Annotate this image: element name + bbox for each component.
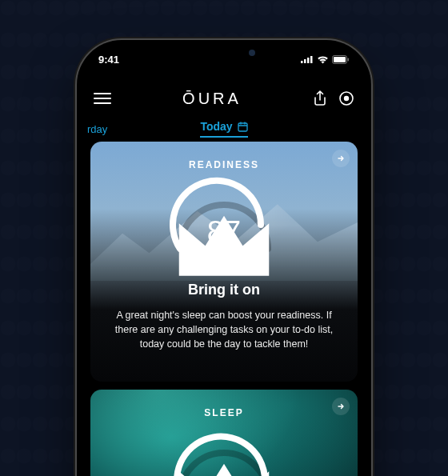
hamburger-icon — [94, 92, 111, 105]
nav-bar: ŌURA — [79, 82, 369, 114]
wifi-icon — [317, 55, 329, 64]
tab-previous-day[interactable]: rday — [79, 123, 107, 135]
svg-rect-2 — [307, 58, 310, 63]
svg-rect-12 — [238, 123, 247, 131]
status-time: 9:41 — [98, 54, 119, 66]
date-tabs: rday Today — [79, 116, 369, 142]
readiness-body: A great night's sleep can boost your rea… — [90, 298, 358, 370]
sleep-card[interactable]: SLEEP — [90, 390, 358, 476]
readiness-title: READINESS — [90, 142, 358, 170]
screen: 9:41 ŌURA rday — [79, 42, 369, 476]
menu-button[interactable] — [94, 92, 111, 105]
readiness-label: Optimal — [90, 255, 358, 267]
tab-today-label: Today — [200, 120, 232, 133]
readiness-score: 87 — [164, 215, 284, 250]
sleep-gauge — [164, 425, 284, 476]
svg-rect-0 — [301, 61, 303, 63]
svg-rect-6 — [348, 58, 350, 61]
readiness-gauge: 87 — [164, 177, 284, 257]
crown-icon — [164, 449, 284, 476]
brand-logo: ŌURA — [182, 90, 242, 108]
readiness-headline: Bring it on — [90, 282, 358, 298]
tab-today[interactable]: Today — [200, 120, 247, 138]
status-icons — [301, 55, 350, 64]
notch — [164, 42, 284, 63]
svg-point-11 — [344, 96, 349, 101]
battery-icon — [332, 55, 350, 64]
cards-scroll[interactable]: READINESS 87 Optimal Bring it on A great… — [90, 142, 358, 476]
cellular-icon — [301, 55, 314, 63]
readiness-card[interactable]: READINESS 87 Optimal Bring it on A great… — [90, 142, 358, 382]
sleep-title: SLEEP — [90, 390, 358, 418]
svg-rect-1 — [304, 59, 306, 63]
svg-rect-3 — [310, 56, 313, 63]
ring-icon — [338, 90, 354, 106]
phone-frame: 9:41 ŌURA rday — [77, 40, 371, 476]
svg-rect-5 — [334, 57, 346, 62]
share-icon — [313, 90, 327, 106]
ring-status-button[interactable] — [338, 90, 354, 106]
share-button[interactable] — [313, 90, 327, 106]
calendar-icon — [238, 122, 248, 132]
